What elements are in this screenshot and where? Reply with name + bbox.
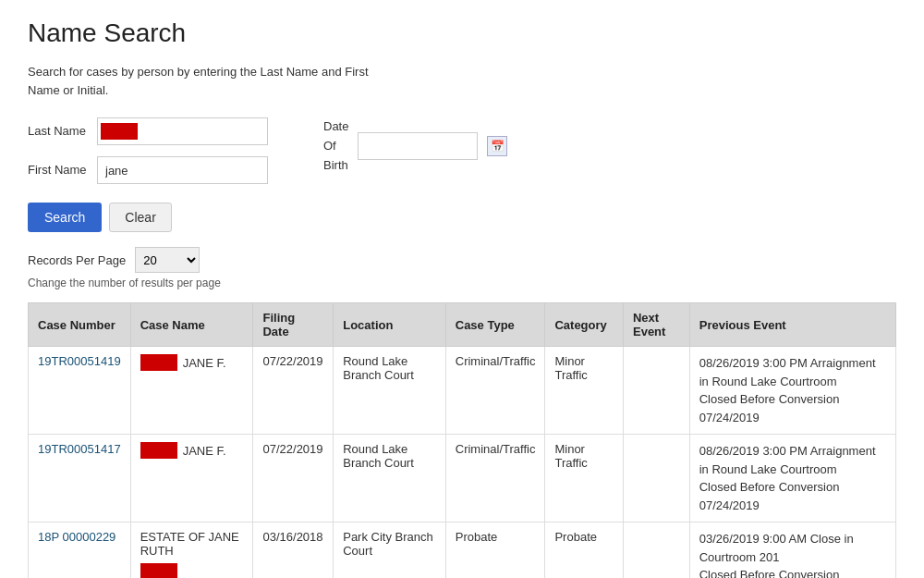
location-cell: Round Lake Branch Court	[334, 435, 446, 523]
col-next-event: Next Event	[623, 303, 689, 347]
case-number-link[interactable]: 19TR00051419	[38, 354, 121, 368]
name-redacted	[140, 442, 177, 459]
case-name-cell: JANE F.	[140, 354, 244, 371]
previous-event-text: Closed Before Conversion 07/24/2019	[699, 480, 840, 512]
previous-event-text: 08/26/2019 3:00 PM Arraignment in Round …	[699, 356, 876, 388]
col-previous-event: Previous Event	[689, 303, 895, 347]
last-name-redacted	[101, 123, 138, 140]
previous-event-cell: 03/26/2019 9:00 AM Close in Courtroom 20…	[689, 523, 895, 579]
form-buttons: Search Clear	[28, 203, 896, 232]
case-type-cell: Probate	[445, 523, 545, 579]
records-per-page-label: Records Per Page	[28, 253, 126, 267]
filing-date-cell: 07/22/2019	[253, 347, 334, 435]
dob-row: DateOfBirth 📅	[323, 117, 507, 175]
records-per-page-help: Change the number of results per page	[28, 277, 896, 289]
case-type-cell: Criminal/Traffic	[445, 347, 545, 435]
filing-date-cell: 07/22/2019	[253, 435, 334, 523]
records-per-page-row: Records Per Page 10 20 50 100	[28, 247, 896, 273]
name-redacted	[140, 354, 177, 371]
previous-event-text: 08/26/2019 3:00 PM Arraignment in Round …	[699, 444, 876, 476]
last-name-label: Last Name	[28, 124, 88, 140]
first-name-row: First Name	[28, 156, 268, 184]
calendar-icon[interactable]: 📅	[487, 136, 507, 156]
form-right-fields: DateOfBirth 📅	[323, 117, 507, 184]
category-cell: Probate	[545, 523, 624, 579]
name-redacted	[140, 563, 177, 578]
records-per-page-select[interactable]: 10 20 50 100	[135, 247, 200, 273]
col-case-name: Case Name	[130, 303, 253, 347]
dob-input[interactable]	[358, 132, 478, 160]
case-name-cell: ESTATE OF JANE RUTH	[140, 530, 244, 578]
table-row: 19TR00051417JANE F.07/22/2019Round Lake …	[29, 435, 896, 523]
first-name-input[interactable]	[97, 156, 268, 184]
col-filing-date: Filing Date	[253, 303, 334, 347]
next-event-cell	[623, 347, 689, 435]
last-name-row: Last Name	[28, 117, 268, 145]
case-name-cell: JANE F.	[140, 442, 244, 459]
case-name-estate: ESTATE OF JANE RUTH	[140, 530, 244, 558]
filing-date-cell: 03/16/2018	[253, 523, 334, 579]
category-cell: Minor Traffic	[545, 435, 624, 523]
case-name-text: JANE F.	[183, 356, 226, 370]
previous-event-text: 03/26/2019 9:00 AM Close in Courtroom 20…	[699, 532, 854, 564]
category-cell: Minor Traffic	[545, 347, 624, 435]
col-category: Category	[545, 303, 624, 347]
case-number-link[interactable]: 18P 00000229	[38, 530, 116, 544]
next-event-cell	[623, 523, 689, 579]
search-button[interactable]: Search	[28, 203, 102, 232]
location-cell: Park City Branch Court	[334, 523, 446, 579]
case-name-text: JANE F.	[183, 444, 226, 458]
previous-event-cell: 08/26/2019 3:00 PM Arraignment in Round …	[689, 347, 895, 435]
previous-event-text: Closed Before Conversion 07/24/2019	[699, 392, 840, 424]
results-table: Case Number Case Name Filing Date Locati…	[28, 302, 896, 578]
case-number-link[interactable]: 19TR00051417	[38, 442, 121, 456]
col-case-number: Case Number	[29, 303, 131, 347]
table-header-row: Case Number Case Name Filing Date Locati…	[29, 303, 896, 347]
previous-event-cell: 08/26/2019 3:00 PM Arraignment in Round …	[689, 435, 895, 523]
clear-button[interactable]: Clear	[109, 203, 171, 232]
previous-event-text: Closed Before Conversion 03/26/2019	[699, 568, 840, 578]
next-event-cell	[623, 435, 689, 523]
col-location: Location	[334, 303, 446, 347]
page-description: Search for cases by person by entering t…	[28, 63, 397, 99]
first-name-label: First Name	[28, 163, 88, 178]
search-form: Last Name First Name DateOfBirth 📅	[28, 117, 896, 184]
table-row: 18P 00000229ESTATE OF JANE RUTH03/16/201…	[29, 523, 896, 579]
col-case-type: Case Type	[445, 303, 545, 347]
location-cell: Round Lake Branch Court	[334, 347, 446, 435]
dob-label: DateOfBirth	[323, 117, 348, 175]
case-type-cell: Criminal/Traffic	[445, 435, 545, 523]
table-row: 19TR00051419JANE F.07/22/2019Round Lake …	[29, 347, 896, 435]
page-title: Name Search	[28, 18, 896, 48]
form-left-fields: Last Name First Name	[28, 117, 268, 184]
